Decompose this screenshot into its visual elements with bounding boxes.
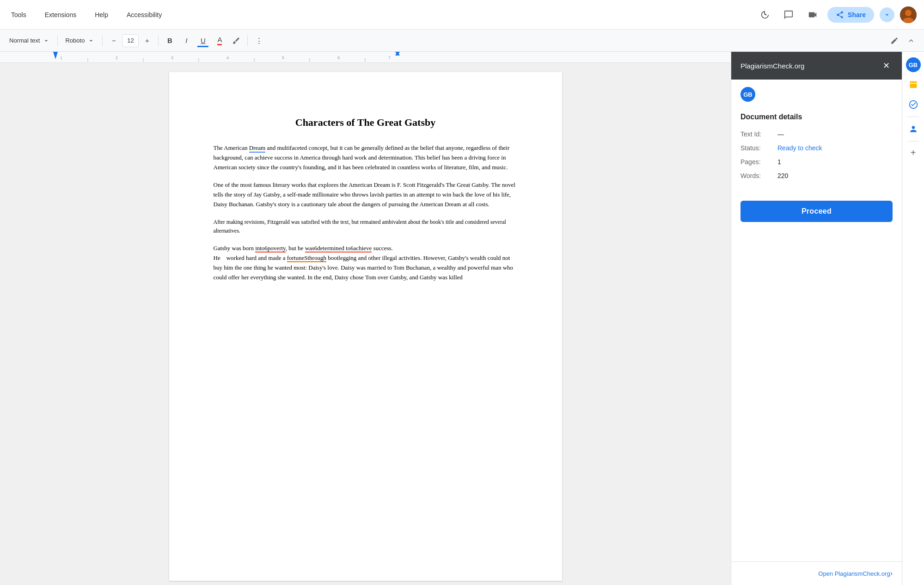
text-id-label: Text Id: [740,130,777,138]
bold-button[interactable]: B [162,33,177,48]
words-value: 220 [777,172,788,179]
divider-4 [247,35,248,46]
panel-header: PlagiarismCheck.org ✕ [731,52,902,80]
menu-accessibility[interactable]: Accessibility [123,8,165,21]
spell-error-1: into6poverty [255,245,286,252]
share-button[interactable]: Share [827,7,874,23]
footer-chevron-icon: › [890,569,893,578]
paragraph-3: After making revisions, Fitzgerald was s… [214,218,518,235]
paragraph-4: Gatsby was born into6poverty, but he was… [214,244,518,282]
video-icon[interactable] [803,6,822,24]
font-size-input[interactable] [122,34,139,47]
format-bar: Normal text Roboto − + B I U A ⋮ [0,30,924,52]
side-calendar-icon[interactable] [905,76,922,92]
font-selector[interactable]: Roboto [61,35,98,46]
status-row: Status: Ready to check [740,144,893,152]
ruler: 1 2 3 4 5 6 7 [0,52,731,63]
text-id-row: Text Id: — [740,130,893,138]
chat-icon[interactable] [779,6,798,24]
svg-marker-3 [53,52,58,59]
menu-area: Tools Extensions Help Accessibility [7,8,165,21]
side-check-icon[interactable] [905,96,922,113]
divider-3 [158,35,159,46]
user-avatar[interactable] [900,6,917,23]
panel-footer: Open PlagiarismCheck.org › [731,561,902,585]
svg-point-1 [905,10,912,16]
words-row: Words: 220 [740,172,893,179]
svg-text:1: 1 [60,55,62,60]
share-chevron-button[interactable] [880,7,894,22]
divider-1 [57,35,58,46]
svg-text:5: 5 [282,55,284,60]
edit-pencil-button[interactable] [887,33,902,48]
proceed-button[interactable]: Proceed [740,201,893,222]
side-add-button[interactable]: + [906,145,921,160]
spell-error-3: fortuneSthrough [287,254,326,262]
svg-text:4: 4 [226,55,229,60]
side-icons-panel: GB + [902,52,924,585]
plagiarism-panel: PlagiarismCheck.org ✕ GB Document detail… [731,52,902,585]
share-label: Share [848,11,866,18]
collapse-button[interactable] [904,33,918,48]
document-page: Characters of The Great Gatsby The Ameri… [169,72,562,581]
font-size-decrease[interactable]: − [106,33,121,48]
open-plagiarism-link[interactable]: Open PlagiarismCheck.org [818,570,890,577]
panel-title: PlagiarismCheck.org [740,62,804,70]
font-size-increase[interactable]: + [140,33,154,48]
status-value: Ready to check [777,144,822,152]
style-label: Normal text [9,37,40,44]
pages-value: 1 [777,158,781,166]
panel-body: Document details Text Id: — Status: Read… [731,102,902,561]
plagiarism-panel-inner: PlagiarismCheck.org ✕ GB Document detail… [731,52,902,585]
status-label: Status: [740,144,777,152]
menu-help[interactable]: Help [91,8,112,21]
panel-close-button[interactable]: ✕ [880,59,893,72]
side-divider [908,117,919,117]
svg-text:2: 2 [116,55,118,60]
more-options-button[interactable]: ⋮ [251,33,266,48]
italic-button[interactable]: I [179,33,194,48]
text-id-value: — [777,130,784,138]
svg-rect-19 [910,81,917,88]
side-person-icon[interactable] [905,121,922,137]
divider-2 [102,35,103,46]
spell-error-2: was6determined to6achieve [305,245,372,252]
highlight-button[interactable] [229,33,244,48]
top-right-actions: Share [755,6,917,24]
menu-extensions[interactable]: Extensions [41,8,80,21]
pages-row: Pages: 1 [740,158,893,166]
main-area: 1 2 3 4 5 6 7 Characters of The Great Ga… [0,52,924,585]
doc-details-heading: Document details [740,113,893,121]
font-label: Roboto [65,37,85,44]
document-area: 1 2 3 4 5 6 7 Characters of The Great Ga… [0,52,731,585]
font-size-controls: − + [106,33,154,48]
text-color-button[interactable]: A [212,33,227,48]
svg-text:3: 3 [171,55,173,60]
paragraph-2: One of the most famous literary works th… [214,180,518,209]
paragraph-1: The American Dream and multifaceted conc… [214,143,518,172]
history-icon[interactable] [755,6,774,24]
pages-label: Pages: [740,158,777,166]
style-selector[interactable]: Normal text [6,35,54,46]
top-bar: Tools Extensions Help Accessibility Shar… [0,0,924,30]
underline-button[interactable]: U [196,33,210,48]
menu-tools[interactable]: Tools [7,8,30,21]
document-scroll[interactable]: Characters of The Great Gatsby The Ameri… [0,63,731,585]
side-gb-badge[interactable]: GB [906,57,921,72]
gb-user-badge[interactable]: GB [740,87,755,102]
side-divider-2 [908,141,919,142]
svg-text:7: 7 [388,55,391,60]
svg-text:6: 6 [337,55,340,60]
document-title: Characters of The Great Gatsby [214,117,518,129]
words-label: Words: [740,172,777,179]
dream-word-underline: Dream [249,144,265,153]
